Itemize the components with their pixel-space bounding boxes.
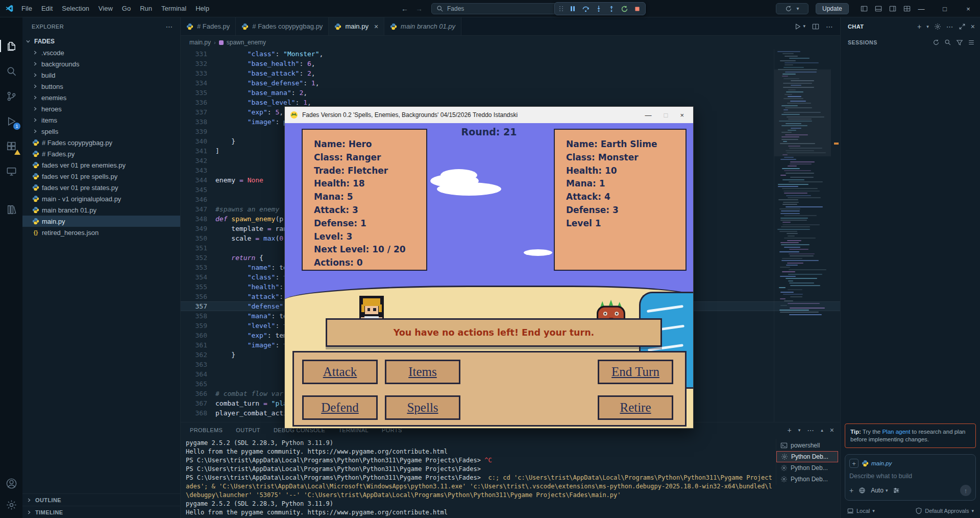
update-button[interactable]: Update	[816, 3, 849, 14]
chat-input[interactable]	[849, 473, 971, 480]
step-into-icon[interactable]	[595, 5, 602, 12]
step-over-icon[interactable]	[582, 5, 590, 13]
menu-run[interactable]: Run	[135, 0, 157, 17]
environment-selector[interactable]: Local	[856, 508, 870, 514]
plan-agent-link[interactable]: Plan agent	[882, 429, 910, 435]
sync-split-button[interactable]: ▾	[776, 3, 808, 14]
close-chat-icon[interactable]: ×	[971, 23, 975, 30]
nav-back-icon[interactable]: ←	[401, 5, 408, 12]
close-window-icon[interactable]: ×	[957, 0, 980, 17]
close-panel-icon[interactable]: ×	[830, 427, 834, 434]
split-editor-icon[interactable]	[812, 23, 819, 30]
folder-buttons[interactable]: buttons	[22, 81, 180, 92]
panel-tab-output[interactable]: OUTPUT	[236, 427, 260, 433]
pause-icon[interactable]	[569, 5, 576, 12]
explorer-more-actions-icon[interactable]: ⋯	[166, 23, 173, 30]
breadcrumb-file[interactable]: main.py	[189, 39, 211, 46]
panel-more-actions-icon[interactable]: ⋯	[807, 427, 814, 434]
file-main.py[interactable]: main.py	[22, 216, 180, 227]
menu-selection[interactable]: Selection	[57, 0, 93, 17]
attach-icon[interactable]: +	[849, 487, 853, 494]
folder-enemies[interactable]: enemies	[22, 92, 180, 103]
file-main-v1-originalupload.py[interactable]: main - v1 originalupload.py	[22, 193, 180, 204]
editor-more-actions-icon[interactable]: ⋯	[826, 23, 833, 30]
chat-composer[interactable]: + main.py + Auto▾ ↑	[845, 454, 976, 501]
globe-icon[interactable]	[859, 487, 866, 494]
file-main-branch-01.py[interactable]: main branch 01.py	[22, 204, 180, 216]
restart-icon[interactable]	[621, 5, 628, 13]
terminal-session-powershell-0[interactable]: powershell	[776, 440, 838, 451]
toggle-sidebar-icon[interactable]	[861, 5, 868, 12]
remote-explorer-icon[interactable]	[5, 165, 17, 177]
send-button[interactable]: ↑	[960, 485, 971, 496]
run-python-file-button[interactable]: ▾	[794, 23, 805, 30]
menu-view[interactable]: View	[94, 0, 117, 17]
file-fades-ver-01-pre-enemies.py[interactable]: fades ver 01 pre enemies.py	[22, 159, 180, 171]
file-fades.py[interactable]: # Fades.py	[22, 148, 180, 159]
outline-section[interactable]: OUTLINE	[22, 493, 180, 506]
terminal-session-python-deb...-1[interactable]: Python Deb...	[776, 451, 838, 462]
expand-icon[interactable]	[959, 23, 966, 30]
search-icon[interactable]	[5, 65, 17, 77]
maximize-window-icon[interactable]: □	[933, 0, 957, 17]
menu-edit[interactable]: Edit	[37, 0, 57, 17]
nav-forward-icon[interactable]: →	[415, 5, 423, 12]
menu-file[interactable]: File	[17, 0, 37, 17]
items-button[interactable]: Items	[385, 360, 460, 384]
tab-main.py[interactable]: main.py×	[329, 17, 384, 35]
list-view-icon[interactable]	[968, 39, 975, 46]
new-terminal-icon[interactable]: +	[788, 427, 792, 434]
game-maximize-icon[interactable]: □	[664, 112, 668, 119]
toggle-secondary-sidebar-icon[interactable]	[889, 5, 896, 12]
sliders-icon[interactable]	[893, 487, 900, 494]
retire-button[interactable]: Retire	[598, 395, 673, 420]
game-close-icon[interactable]: ×	[680, 112, 684, 119]
menu-terminal[interactable]: Terminal	[157, 0, 191, 17]
account-icon[interactable]	[5, 477, 17, 489]
file-fades-copypygbag.py[interactable]: # Fades copypygbag.py	[22, 137, 180, 148]
tab-fades.py[interactable]: # Fades.py	[181, 17, 236, 35]
folder-heroes[interactable]: heroes	[22, 103, 180, 114]
folder-.vscode[interactable]: .vscode	[22, 47, 180, 58]
step-out-icon[interactable]	[608, 5, 615, 12]
folder-build[interactable]: build	[22, 69, 180, 81]
breadcrumb-symbol[interactable]: spawn_enemy	[227, 39, 266, 46]
menu-go[interactable]: Go	[117, 0, 135, 17]
timeline-section[interactable]: TIMELINE	[22, 506, 180, 518]
folder-backgrounds[interactable]: backgrounds	[22, 58, 180, 69]
defend-button[interactable]: Defend	[302, 395, 378, 420]
add-context-button[interactable]: +	[849, 459, 859, 468]
chevron-down-icon[interactable]: ▾	[798, 428, 801, 433]
library-icon[interactable]	[5, 203, 17, 216]
terminal-session-python-deb...-2[interactable]: Python Deb...	[776, 462, 838, 474]
game-minimize-icon[interactable]: —	[645, 112, 652, 119]
extensions-icon[interactable]	[5, 140, 17, 152]
approvals-selector[interactable]: Default Approvals ▾	[915, 507, 974, 514]
game-title-bar[interactable]: Fades Version 0.2 'Spells, Enemies, Back…	[285, 107, 693, 123]
drag-handle-icon[interactable]	[559, 6, 564, 11]
tab-fades-copypygbag.py[interactable]: # Fades copypygbag.py	[236, 17, 329, 35]
terminal-output[interactable]: pygame 2.5.2 (SDL 2.28.3, Python 3.11.9)…	[186, 439, 772, 518]
gear-icon[interactable]	[934, 23, 941, 30]
menu-help[interactable]: Help	[191, 0, 214, 17]
source-control-icon[interactable]	[5, 90, 17, 102]
explorer-icon[interactable]	[5, 40, 17, 52]
search-icon[interactable]	[944, 39, 951, 46]
close-tab-icon[interactable]: ×	[374, 22, 378, 31]
end-turn-button[interactable]: End Turn	[598, 360, 673, 384]
tab-main-branch-01.py[interactable]: main branch 01.py	[384, 17, 461, 35]
panel-tab-problems[interactable]: PROBLEMS	[190, 427, 223, 433]
chat-more-actions-icon[interactable]: ⋯	[946, 23, 953, 30]
mode-selector[interactable]: Auto▾	[871, 487, 888, 494]
refresh-icon[interactable]	[933, 39, 940, 46]
attack-button[interactable]: Attack	[302, 360, 378, 384]
chat-title[interactable]: CHAT	[848, 23, 864, 30]
context-file-chip[interactable]: main.py	[862, 460, 892, 467]
tree-root-fades[interactable]: FADES	[22, 36, 180, 47]
filter-icon[interactable]	[956, 39, 963, 46]
chevron-down-icon[interactable]: ▾	[926, 25, 929, 29]
file-fades-ver-01-pre-spells.py[interactable]: fades ver 01 pre spells.py	[22, 171, 180, 182]
new-chat-icon[interactable]: +	[917, 23, 921, 30]
file-fades-ver-01-pre-states.py[interactable]: fades ver 01 pre states.py	[22, 182, 180, 193]
toggle-panel-icon[interactable]	[875, 5, 882, 12]
